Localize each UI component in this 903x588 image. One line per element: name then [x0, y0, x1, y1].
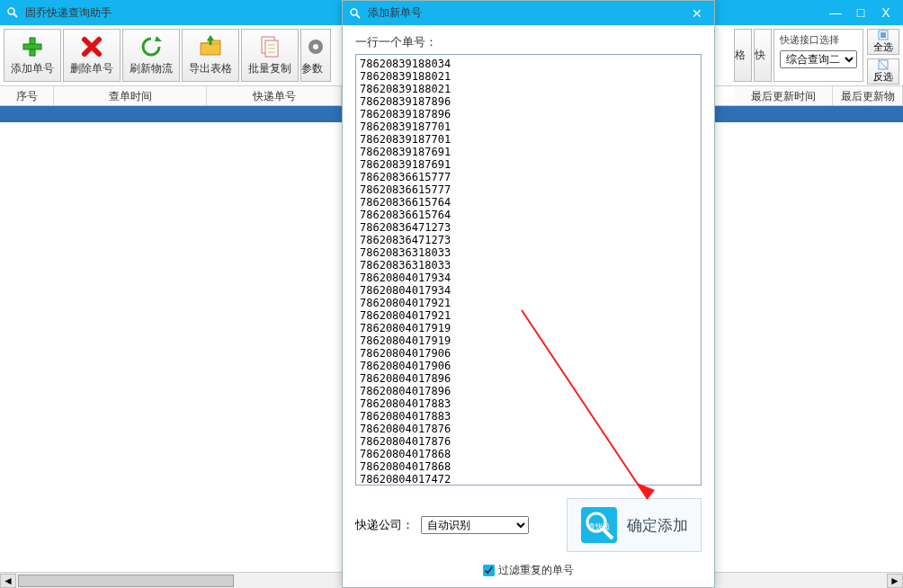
batch-copy-button[interactable]: 批量复制 — [241, 29, 299, 82]
search-courier-icon: 查快递 — [580, 506, 618, 544]
selection-tools: 全选 反选 — [867, 29, 899, 82]
interface-select[interactable]: 综合查询二 — [780, 50, 857, 68]
company-row: 快递公司： 自动识别 查快递 确定添加 — [355, 498, 702, 552]
folder-export-icon — [198, 34, 223, 59]
plus-icon — [20, 34, 45, 59]
select-all-button[interactable]: 全选 — [867, 29, 899, 55]
scroll-left-button[interactable]: ◄ — [0, 574, 16, 588]
dialog-icon — [348, 6, 362, 21]
scroll-thumb[interactable] — [18, 575, 234, 587]
format-button-partial[interactable]: 格 — [734, 29, 752, 82]
col-tracking-no[interactable]: 快递单号 — [207, 86, 342, 105]
interface-group-title: 快递接口选择 — [780, 33, 857, 47]
scroll-right-button[interactable]: ► — [887, 574, 903, 588]
svg-point-13 — [313, 44, 318, 49]
col-last-update-time[interactable]: 最后更新时间 — [734, 86, 833, 105]
add-tracking-button[interactable]: 添加单号 — [4, 29, 61, 82]
invert-icon — [878, 59, 889, 70]
invert-selection-button[interactable]: 反选 — [867, 58, 899, 85]
minimize-button[interactable]: — — [824, 4, 847, 22]
svg-rect-4 — [23, 44, 41, 49]
input-label: 一行一个单号： — [355, 34, 702, 50]
refresh-icon — [139, 34, 164, 59]
col-query-time[interactable]: 查单时间 — [54, 86, 207, 105]
tracking-numbers-textarea[interactable] — [356, 55, 701, 485]
export-table-button[interactable]: 导出表格 — [182, 29, 239, 82]
filter-dup-row: 过滤重复的单号 — [355, 563, 702, 578]
app-title: 固乔快递查询助手 — [25, 5, 112, 21]
maximize-button[interactable]: □ — [849, 4, 872, 22]
confirm-add-button[interactable]: 查快递 确定添加 — [567, 498, 702, 552]
app-icon — [5, 5, 20, 20]
tracking-textarea-wrap — [355, 54, 702, 486]
svg-rect-15 — [881, 32, 886, 38]
copy-icon — [257, 34, 282, 59]
dialog-title: 添加新单号 — [368, 5, 422, 21]
delete-tracking-button[interactable]: 删除单号 — [63, 29, 121, 82]
refresh-logistics-button[interactable]: 刷新物流 — [122, 29, 180, 82]
quick-button-partial[interactable]: 快 — [754, 29, 772, 82]
x-icon — [79, 34, 104, 59]
select-all-icon — [878, 30, 889, 40]
window-controls: — □ X — [824, 4, 898, 22]
col-last-update-logistics[interactable]: 最后更新物流 — [833, 86, 903, 105]
dialog-title-bar: 添加新单号 ✕ — [343, 1, 714, 25]
filter-dup-checkbox[interactable] — [483, 565, 495, 576]
svg-marker-6 — [207, 35, 214, 40]
close-button[interactable]: X — [874, 4, 898, 22]
svg-marker-5 — [155, 36, 162, 41]
dialog-close-button[interactable]: ✕ — [685, 4, 709, 22]
dialog-body: 一行一个单号： 快递公司： 自动识别 查快递 确定添加 过滤重复的单号 — [343, 25, 714, 587]
filter-dup-label: 过滤重复的单号 — [498, 564, 574, 576]
company-select[interactable]: 自动识别 — [421, 516, 529, 534]
confirm-add-label: 确定添加 — [627, 515, 688, 536]
col-seq[interactable]: 序号 — [0, 86, 54, 105]
gear-icon — [303, 34, 328, 59]
interface-group: 快递接口选择 综合查询二 — [773, 29, 863, 82]
settings-button-partial[interactable]: 参数 — [300, 29, 331, 82]
svg-text:查快递: 查快递 — [588, 522, 610, 530]
add-tracking-dialog: 添加新单号 ✕ 一行一个单号： 快递公司： 自动识别 查快递 确定添加 过滤重复… — [342, 0, 715, 588]
company-label: 快递公司： — [355, 517, 414, 533]
